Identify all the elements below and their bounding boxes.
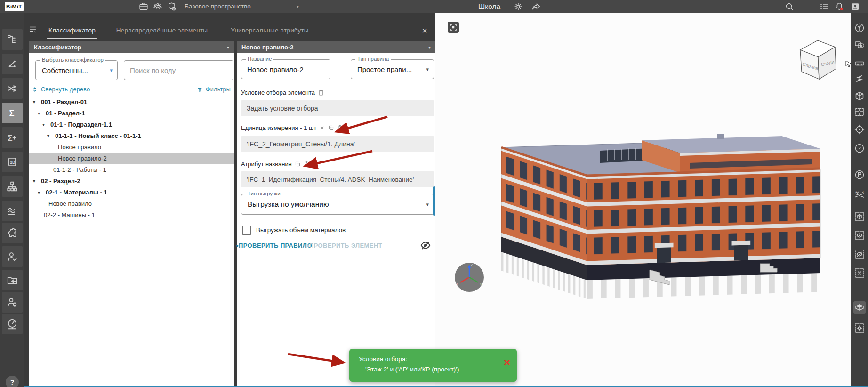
tree-row[interactable]: 01-1-2 - Работы - 1: [29, 164, 234, 175]
classifier-select[interactable]: Выбрать классификатор Собственны... ▾: [35, 60, 118, 80]
export-type-select[interactable]: Тип выгрузки Выгрузка по умолчанию ▾: [241, 194, 434, 215]
connections-icon[interactable]: [2, 54, 23, 74]
attr-label: Атрибут названия: [241, 161, 292, 168]
shuffle-icon[interactable]: [2, 78, 23, 99]
fit-view-button[interactable]: [448, 22, 459, 33]
box-3d-icon[interactable]: [853, 90, 866, 102]
briefcase-icon[interactable]: [138, 1, 149, 12]
rule-type-select[interactable]: Тип правила Простое прави... ▾: [351, 59, 434, 79]
list-menu-icon[interactable]: [819, 1, 829, 12]
clipboard-icon[interactable]: [318, 89, 324, 96]
classifier-panel-title: Классификатор: [34, 44, 81, 51]
sigma-icon[interactable]: Σ: [2, 103, 23, 123]
tab-universal-attributes[interactable]: Универсальные атрибуты: [225, 24, 314, 38]
tree-expand-caret[interactable]: ▾: [33, 99, 41, 105]
settings-gear-icon[interactable]: [513, 1, 523, 12]
tab-classifier[interactable]: Классификатор: [47, 24, 97, 38]
clipboard-icon[interactable]: [304, 161, 310, 167]
settings-box-icon[interactable]: [853, 322, 866, 334]
notifications-icon[interactable]: [834, 1, 844, 12]
tab-unallocated-elements[interactable]: Нераспределённые элементы: [109, 24, 215, 38]
section-lines-icon[interactable]: 12: [853, 189, 866, 202]
user-check-icon[interactable]: [2, 246, 23, 267]
model-tree-icon[interactable]: [2, 29, 23, 50]
building-model[interactable]: [501, 134, 820, 299]
code-search-input[interactable]: [124, 61, 233, 80]
clipboard-icon[interactable]: [337, 125, 343, 131]
collapse-tree-link[interactable]: Свернуть дерево: [32, 86, 90, 93]
account-icon[interactable]: [850, 1, 860, 12]
export-type-value: Выгрузка по умолчанию: [248, 194, 329, 214]
tree-row[interactable]: ▾02-1 - Материалы - 1: [29, 186, 234, 198]
visibility-off-icon[interactable]: [419, 239, 432, 251]
chevron-down-icon[interactable]: ▾: [297, 0, 299, 13]
nav-cube[interactable]: Справа Сзади: [800, 40, 836, 79]
tree-expand-caret[interactable]: ▾: [38, 190, 46, 195]
tree-expand-caret[interactable]: ▾: [47, 133, 55, 138]
share-icon[interactable]: [531, 1, 541, 12]
tree-row-selected[interactable]: Новое правило-2: [29, 153, 234, 164]
copy-icon[interactable]: [328, 125, 334, 131]
copy-icon[interactable]: [295, 161, 301, 167]
show-eye-icon[interactable]: [853, 229, 866, 242]
attr-value-field[interactable]: 'IFC_1_Идентификация_Стены/4. ADSK_Наиме…: [241, 171, 434, 187]
help-button[interactable]: ?: [6, 376, 19, 387]
tree-row[interactable]: ▾001 - Раздел-01: [29, 96, 234, 107]
tree-expand-caret[interactable]: ▾: [42, 122, 50, 127]
axis-gizmo[interactable]: X Y Z: [455, 263, 484, 292]
classifier-panel-header[interactable]: Классификатор ▾: [29, 41, 234, 53]
ruler-icon[interactable]: [853, 57, 866, 70]
workspace-selector[interactable]: Базовое пространство: [185, 0, 251, 13]
bimit-logo[interactable]: BiMiT: [5, 2, 24, 11]
rule-name-input[interactable]: [241, 60, 330, 79]
puzzle-icon[interactable]: [2, 223, 23, 243]
search-icon[interactable]: [784, 1, 795, 12]
section-flip-icon[interactable]: [853, 73, 866, 85]
clear-x-icon[interactable]: [853, 267, 866, 279]
collapse-tree-label: Свернуть дерево: [41, 86, 90, 93]
2d-doc-icon[interactable]: 2D: [2, 152, 23, 172]
org-chart-icon[interactable]: [2, 176, 23, 197]
compass-icon[interactable]: [853, 142, 866, 154]
floor-plan-icon[interactable]: [853, 106, 866, 118]
team-icon[interactable]: [153, 1, 163, 12]
right-view-toolbar: 12: [851, 13, 868, 387]
gauge-icon[interactable]: [2, 314, 23, 334]
user-pin-icon[interactable]: [2, 292, 23, 313]
close-icon[interactable]: ×: [422, 24, 427, 38]
orbit-tree-icon[interactable]: [853, 22, 866, 34]
toast-close-icon[interactable]: ×: [504, 357, 510, 368]
hide-eye-icon[interactable]: [853, 248, 866, 260]
check-element-button[interactable]: •ПРОВЕРИТЬ ЭЛЕМЕНТ: [307, 242, 382, 249]
tree-row[interactable]: 02-2 - Машины - 1: [29, 209, 234, 220]
materials-checkbox[interactable]: [242, 226, 251, 235]
gear-icon[interactable]: [319, 125, 325, 131]
selection-conditions-toast: Условия отбора: 'Этаж 2' и ('АР' или'КР …: [349, 349, 517, 382]
unit-value-field[interactable]: 'IFC_2_Геометрия_Стены/1. Длина': [241, 136, 434, 152]
license-clock-icon[interactable]: [167, 1, 177, 12]
rule-panel-header[interactable]: Новое правило-2 ▾: [237, 41, 435, 53]
filters-link[interactable]: Фильтры: [197, 86, 231, 93]
check-rule-button[interactable]: •ПРОВЕРИТЬ ПРАВИЛО: [236, 242, 312, 249]
folder-export-icon[interactable]: [2, 270, 23, 290]
collapse-panel-icon[interactable]: [28, 24, 39, 35]
tree-expand-caret[interactable]: ▾: [33, 178, 41, 184]
select-elements-icon[interactable]: [853, 39, 866, 51]
tree-expand-caret[interactable]: ▾: [38, 111, 46, 116]
walls-icon[interactable]: [853, 301, 866, 314]
sigma-plus-icon[interactable]: Σ: [2, 127, 23, 148]
flag-icon[interactable]: [853, 169, 866, 181]
condition-value-field[interactable]: Задать условие отбора: [241, 100, 434, 116]
locate-icon[interactable]: [853, 123, 866, 136]
tree-row[interactable]: ▾02 - Раздел-2: [29, 175, 234, 186]
rule-name-label: Название: [246, 56, 273, 62]
attr-label-row: Атрибут названия: [241, 161, 310, 168]
tree-row[interactable]: ▾01-1 - Подраздел-1.1: [29, 119, 234, 130]
waves-icon[interactable]: [2, 201, 23, 221]
tree-row[interactable]: ▾01-1-1 - Новый класс - 01-1-1: [29, 130, 234, 141]
tree-row[interactable]: Новое правило: [29, 141, 234, 153]
isolate-cube-icon[interactable]: [853, 210, 866, 223]
3d-viewport[interactable]: Справа Сзади X Y Z: [435, 13, 851, 386]
tree-row[interactable]: Новое правило: [29, 198, 234, 209]
tree-row[interactable]: ▾01 - Раздел-1: [29, 107, 234, 119]
